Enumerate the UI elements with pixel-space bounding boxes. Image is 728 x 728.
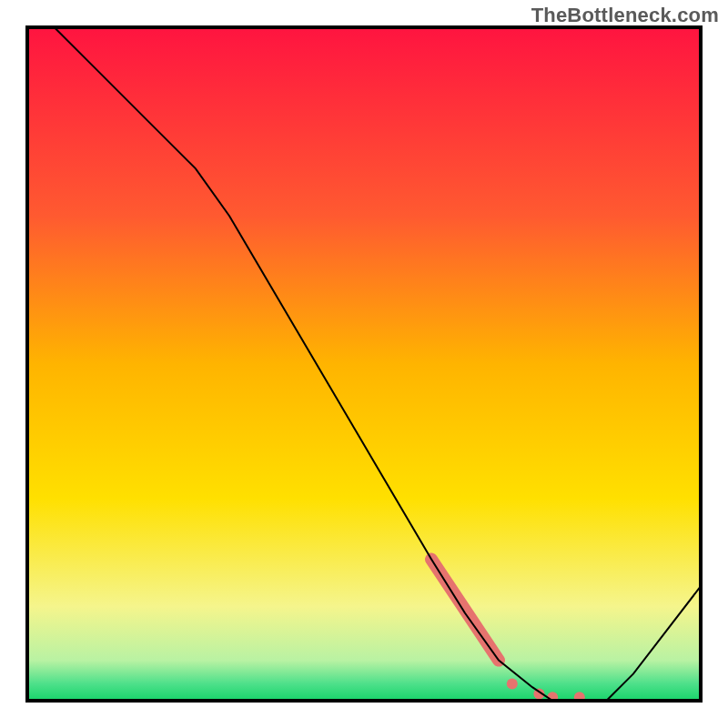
bottleneck-chart: TheBottleneck.com bbox=[0, 0, 728, 728]
plot-background bbox=[27, 27, 701, 701]
svg-point-1 bbox=[507, 679, 518, 690]
watermark-text: TheBottleneck.com bbox=[531, 4, 719, 27]
chart-svg bbox=[0, 0, 728, 728]
